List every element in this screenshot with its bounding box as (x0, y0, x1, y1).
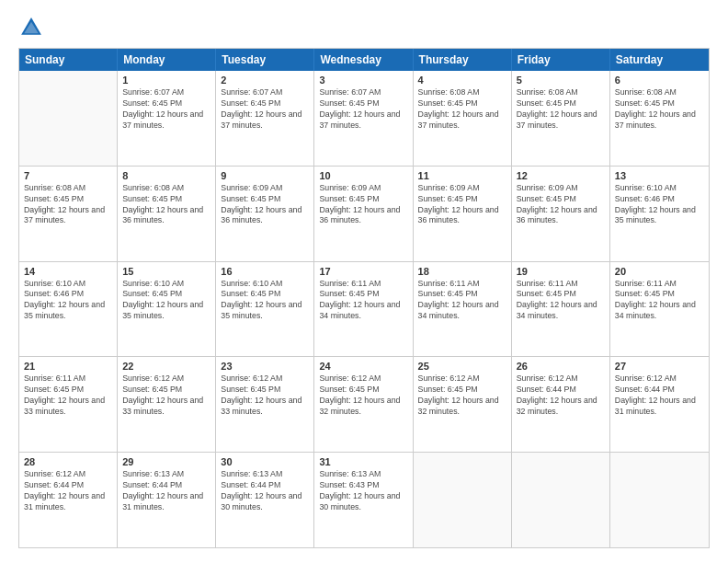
day-detail: Sunrise: 6:08 AM Sunset: 6:45 PM Dayligh… (122, 183, 210, 227)
day-cell-3: 3Sunrise: 6:07 AM Sunset: 6:45 PM Daylig… (314, 71, 413, 166)
day-detail: Sunrise: 6:08 AM Sunset: 6:45 PM Dayligh… (24, 183, 112, 227)
day-number: 20 (615, 266, 704, 277)
day-cell-29: 29Sunrise: 6:13 AM Sunset: 6:44 PM Dayli… (118, 453, 216, 547)
day-detail: Sunrise: 6:13 AM Sunset: 6:43 PM Dayligh… (319, 469, 407, 513)
day-number: 2 (221, 75, 309, 86)
day-detail: Sunrise: 6:11 AM Sunset: 6:45 PM Dayligh… (319, 279, 407, 323)
day-number: 24 (319, 361, 407, 372)
day-of-week-saturday: Saturday (610, 49, 709, 71)
week-row-5: 28Sunrise: 6:12 AM Sunset: 6:44 PM Dayli… (19, 453, 709, 547)
day-detail: Sunrise: 6:07 AM Sunset: 6:45 PM Dayligh… (319, 87, 407, 132)
day-number: 14 (24, 266, 112, 277)
day-detail: Sunrise: 6:12 AM Sunset: 6:45 PM Dayligh… (221, 373, 309, 418)
day-detail: Sunrise: 6:13 AM Sunset: 6:44 PM Dayligh… (221, 469, 309, 513)
logo-icon (18, 15, 44, 40)
day-cell-8: 8Sunrise: 6:08 AM Sunset: 6:45 PM Daylig… (118, 167, 216, 261)
day-number: 5 (517, 75, 605, 86)
day-detail: Sunrise: 6:09 AM Sunset: 6:45 PM Dayligh… (221, 183, 309, 227)
day-detail: Sunrise: 6:07 AM Sunset: 6:45 PM Dayligh… (122, 87, 210, 132)
day-cell-5: 5Sunrise: 6:08 AM Sunset: 6:45 PM Daylig… (512, 71, 610, 166)
day-number: 17 (319, 266, 407, 277)
day-detail: Sunrise: 6:12 AM Sunset: 6:45 PM Dayligh… (319, 373, 407, 418)
day-cell-21: 21Sunrise: 6:11 AM Sunset: 6:45 PM Dayli… (19, 357, 118, 452)
day-cell-6: 6Sunrise: 6:08 AM Sunset: 6:45 PM Daylig… (610, 71, 709, 166)
day-number: 13 (615, 170, 704, 181)
day-detail: Sunrise: 6:10 AM Sunset: 6:46 PM Dayligh… (615, 183, 704, 227)
day-detail: Sunrise: 6:11 AM Sunset: 6:45 PM Dayligh… (615, 279, 704, 323)
day-number: 18 (418, 266, 506, 277)
day-number: 4 (418, 75, 506, 86)
day-detail: Sunrise: 6:11 AM Sunset: 6:45 PM Dayligh… (418, 279, 506, 323)
day-detail: Sunrise: 6:08 AM Sunset: 6:45 PM Dayligh… (615, 87, 704, 132)
empty-cell (414, 453, 512, 547)
day-of-week-tuesday: Tuesday (216, 49, 314, 71)
day-cell-12: 12Sunrise: 6:09 AM Sunset: 6:45 PM Dayli… (512, 167, 610, 261)
day-detail: Sunrise: 6:11 AM Sunset: 6:45 PM Dayligh… (24, 373, 112, 418)
page: SundayMondayTuesdayWednesdayThursdayFrid… (0, 0, 728, 563)
day-detail: Sunrise: 6:10 AM Sunset: 6:46 PM Dayligh… (24, 279, 112, 323)
day-number: 7 (24, 170, 112, 181)
day-number: 19 (517, 266, 605, 277)
day-detail: Sunrise: 6:10 AM Sunset: 6:45 PM Dayligh… (221, 279, 309, 323)
day-cell-30: 30Sunrise: 6:13 AM Sunset: 6:44 PM Dayli… (216, 453, 314, 547)
day-number: 21 (24, 361, 112, 372)
empty-cell (610, 453, 709, 547)
day-number: 31 (319, 456, 407, 467)
day-number: 1 (122, 75, 210, 86)
calendar-header: SundayMondayTuesdayWednesdayThursdayFrid… (19, 49, 709, 71)
logo (18, 15, 48, 40)
day-cell-13: 13Sunrise: 6:10 AM Sunset: 6:46 PM Dayli… (610, 167, 709, 261)
day-cell-1: 1Sunrise: 6:07 AM Sunset: 6:45 PM Daylig… (118, 71, 216, 166)
day-of-week-wednesday: Wednesday (314, 49, 413, 71)
day-detail: Sunrise: 6:12 AM Sunset: 6:45 PM Dayligh… (122, 373, 210, 418)
calendar-body: 1Sunrise: 6:07 AM Sunset: 6:45 PM Daylig… (19, 71, 709, 547)
day-cell-27: 27Sunrise: 6:12 AM Sunset: 6:44 PM Dayli… (610, 357, 709, 452)
day-cell-26: 26Sunrise: 6:12 AM Sunset: 6:44 PM Dayli… (512, 357, 610, 452)
day-detail: Sunrise: 6:10 AM Sunset: 6:45 PM Dayligh… (122, 279, 210, 323)
day-number: 9 (221, 170, 309, 181)
day-cell-4: 4Sunrise: 6:08 AM Sunset: 6:45 PM Daylig… (414, 71, 512, 166)
week-row-3: 14Sunrise: 6:10 AM Sunset: 6:46 PM Dayli… (19, 262, 709, 358)
day-detail: Sunrise: 6:08 AM Sunset: 6:45 PM Dayligh… (517, 87, 605, 132)
empty-cell (19, 71, 118, 166)
day-cell-24: 24Sunrise: 6:12 AM Sunset: 6:45 PM Dayli… (314, 357, 413, 452)
day-cell-18: 18Sunrise: 6:11 AM Sunset: 6:45 PM Dayli… (414, 262, 512, 357)
day-cell-31: 31Sunrise: 6:13 AM Sunset: 6:43 PM Dayli… (314, 453, 413, 547)
calendar: SundayMondayTuesdayWednesdayThursdayFrid… (18, 48, 710, 548)
day-number: 23 (221, 361, 309, 372)
day-detail: Sunrise: 6:11 AM Sunset: 6:45 PM Dayligh… (517, 279, 605, 323)
day-of-week-friday: Friday (512, 49, 610, 71)
day-detail: Sunrise: 6:07 AM Sunset: 6:45 PM Dayligh… (221, 87, 309, 132)
day-number: 27 (615, 361, 704, 372)
day-detail: Sunrise: 6:12 AM Sunset: 6:45 PM Dayligh… (418, 373, 506, 418)
week-row-2: 7Sunrise: 6:08 AM Sunset: 6:45 PM Daylig… (19, 167, 709, 262)
day-cell-15: 15Sunrise: 6:10 AM Sunset: 6:45 PM Dayli… (118, 262, 216, 357)
day-number: 26 (517, 361, 605, 372)
day-detail: Sunrise: 6:13 AM Sunset: 6:44 PM Dayligh… (122, 469, 210, 513)
day-number: 29 (122, 456, 210, 467)
day-cell-22: 22Sunrise: 6:12 AM Sunset: 6:45 PM Dayli… (118, 357, 216, 452)
day-cell-10: 10Sunrise: 6:09 AM Sunset: 6:45 PM Dayli… (314, 167, 413, 261)
day-number: 30 (221, 456, 309, 467)
day-number: 12 (517, 170, 605, 181)
day-cell-11: 11Sunrise: 6:09 AM Sunset: 6:45 PM Dayli… (414, 167, 512, 261)
day-detail: Sunrise: 6:09 AM Sunset: 6:45 PM Dayligh… (319, 183, 407, 227)
day-of-week-monday: Monday (118, 49, 216, 71)
day-number: 16 (221, 266, 309, 277)
day-of-week-sunday: Sunday (19, 49, 118, 71)
day-cell-19: 19Sunrise: 6:11 AM Sunset: 6:45 PM Dayli… (512, 262, 610, 357)
day-detail: Sunrise: 6:12 AM Sunset: 6:44 PM Dayligh… (24, 469, 112, 513)
day-number: 6 (615, 75, 704, 86)
day-cell-14: 14Sunrise: 6:10 AM Sunset: 6:46 PM Dayli… (19, 262, 118, 357)
week-row-4: 21Sunrise: 6:11 AM Sunset: 6:45 PM Dayli… (19, 357, 709, 453)
day-detail: Sunrise: 6:08 AM Sunset: 6:45 PM Dayligh… (418, 87, 506, 132)
day-of-week-thursday: Thursday (414, 49, 512, 71)
day-number: 3 (319, 75, 407, 86)
header (18, 15, 710, 40)
day-number: 10 (319, 170, 407, 181)
day-number: 28 (24, 456, 112, 467)
week-row-1: 1Sunrise: 6:07 AM Sunset: 6:45 PM Daylig… (19, 71, 709, 167)
day-detail: Sunrise: 6:12 AM Sunset: 6:44 PM Dayligh… (615, 373, 704, 418)
day-cell-7: 7Sunrise: 6:08 AM Sunset: 6:45 PM Daylig… (19, 167, 118, 261)
day-cell-20: 20Sunrise: 6:11 AM Sunset: 6:45 PM Dayli… (610, 262, 709, 357)
